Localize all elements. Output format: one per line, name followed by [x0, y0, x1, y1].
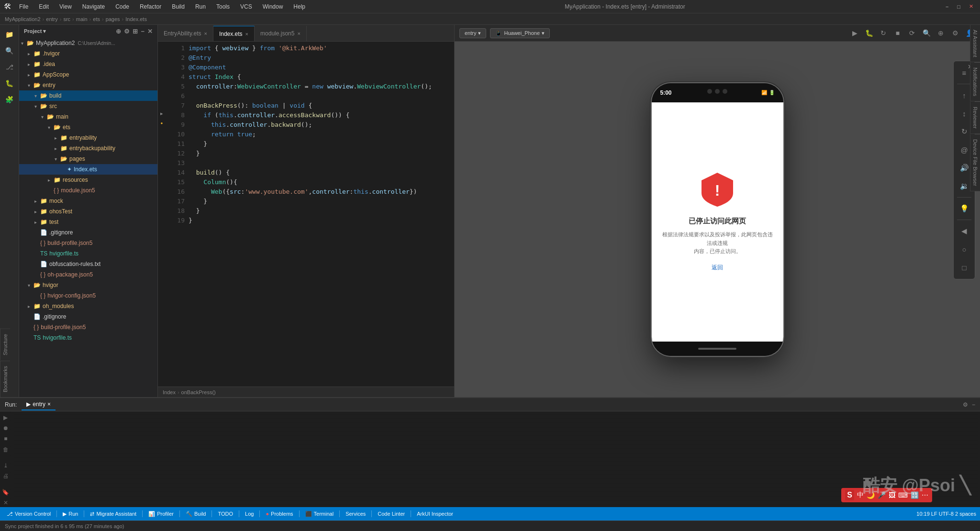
debug-icon[interactable]: 🐛 [2, 76, 17, 91]
sogou-keyboard-icon[interactable]: ⌨ [898, 491, 908, 499]
tree-oh-package[interactable]: { } oh-package.json5 [19, 269, 157, 280]
tree-resources[interactable]: ▸ 📁 resources [19, 175, 157, 185]
menu-window[interactable]: Window [261, 2, 285, 11]
tree-pages[interactable]: ▾ 📂 pages [19, 154, 157, 164]
tab-module-json5[interactable]: module.json5 × [255, 26, 307, 41]
tree-build-profile-root[interactable]: { } build-profile.json5 [19, 322, 157, 332]
search-icon-rt[interactable]: 🔍 [921, 27, 932, 39]
tree-hvigor[interactable]: ▸ 📁 .hvigor [19, 48, 157, 59]
tab-close-entryability[interactable]: × [204, 31, 207, 36]
run-print-icon[interactable]: 🖨 [1, 472, 11, 480]
tree-appscope[interactable]: ▸ 📁 AppScope [19, 69, 157, 80]
zoom-icon[interactable]: ⊕ [935, 27, 947, 39]
code-content[interactable]: import { webview } from '@kit.ArkWeb' @E… [189, 42, 454, 387]
search-icon[interactable]: 🔍 [2, 43, 17, 58]
sogou-more-icon[interactable]: ⋯ [922, 491, 928, 499]
phone-home-indicator[interactable] [698, 348, 736, 350]
device-file-browser-tab[interactable]: Device File Browser [970, 134, 980, 191]
run-bookmark-icon[interactable]: 🔖 [1, 488, 11, 497]
breadcrumb-part-1[interactable]: entry [46, 16, 57, 22]
sogou-moon-icon[interactable]: 🌙 [867, 491, 875, 499]
tab-entryability[interactable]: EntryAbility.ets × [158, 26, 213, 41]
sidebar-add-icon[interactable]: ⊕ [116, 28, 121, 35]
minimize-button[interactable]: − [943, 4, 951, 10]
stop-icon[interactable]: ■ [892, 27, 903, 39]
menu-vcs[interactable]: VCS [238, 2, 254, 11]
profiler-item[interactable]: 📊 Profiler [145, 507, 177, 520]
version-control-item[interactable]: ⎇ Version Control [4, 507, 54, 520]
run-tab-entry[interactable]: ▶ entry × [22, 399, 56, 410]
run-panel-minimize-icon[interactable]: − [972, 401, 975, 408]
tab-close-module[interactable]: × [297, 31, 300, 36]
arkui-inspector-item[interactable]: ArkUI Inspector [414, 507, 456, 520]
tree-entry[interactable]: ▾ 📂 entry [19, 80, 157, 90]
tree-entrybackupability[interactable]: ▸ 📁 entrybackupability [19, 143, 157, 154]
fp-lightbulb-icon[interactable]: 💡 [956, 200, 973, 217]
tree-index-ets[interactable]: ✦ Index.ets [19, 164, 157, 175]
tree-test[interactable]: ▸ 📁 test [19, 217, 157, 227]
settings-icon-rt[interactable]: ⚙ [949, 27, 961, 39]
breadcrumb-part-5[interactable]: pages [106, 16, 120, 22]
breadcrumb-onbackpress[interactable]: onBackPress() [181, 389, 216, 395]
migrate-item[interactable]: ⇄ Migrate Assistant [87, 507, 139, 520]
sidebar-layout-icon[interactable]: ⊞ [133, 28, 138, 35]
sogou-chinese-icon[interactable]: 中 [857, 491, 864, 499]
extensions-icon[interactable]: 🧩 [2, 92, 17, 107]
run-bottom-item[interactable]: ▶ Run [60, 507, 81, 520]
maximize-button[interactable]: □ [954, 4, 963, 10]
menu-tools[interactable]: Tools [214, 2, 232, 11]
menu-refactor[interactable]: Refactor [138, 2, 163, 11]
run-scroll-end-icon[interactable]: ⤓ [1, 461, 11, 470]
build-item[interactable]: 🔨 Build [183, 507, 209, 520]
tree-oh-modules[interactable]: ▸ 📁 oh_modules [19, 301, 157, 311]
sidebar-collapse-icon[interactable]: ✕ [147, 28, 153, 35]
notifications-tab[interactable]: Notifications [970, 63, 980, 101]
sogou-emoji-icon[interactable]: 🔡 [911, 491, 919, 499]
tab-index-ets[interactable]: Index.ets × [213, 26, 255, 41]
entry-dropdown[interactable]: entry ▾ [459, 28, 486, 38]
device-dropdown[interactable]: 📱 Huawei_Phone ▾ [490, 28, 550, 38]
structure-tab[interactable]: Structure [0, 329, 10, 360]
terminal-item[interactable]: ⬛ Terminal [302, 507, 337, 520]
log-item[interactable]: Log [242, 507, 256, 520]
breadcrumb-part-3[interactable]: main [76, 16, 88, 22]
run-play-icon[interactable]: ▶ [1, 413, 11, 422]
run-bookmark-clear-icon[interactable]: ✕ [1, 498, 11, 507]
tree-entryability[interactable]: ▸ 📁 entryability [19, 133, 157, 143]
menu-run[interactable]: Run [193, 2, 208, 11]
bookmarks-tab[interactable]: Bookmarks [0, 361, 10, 397]
problems-item[interactable]: ● Problems [263, 507, 296, 520]
screen-back-link[interactable]: 返回 [712, 264, 723, 272]
code-linter-item[interactable]: Code Linter [375, 507, 408, 520]
tree-src[interactable]: ▾ 📂 src [19, 101, 157, 111]
fp-back-icon[interactable]: ◀ [956, 222, 973, 240]
tree-idea[interactable]: ▸ 📁 .idea [19, 59, 157, 69]
tree-module-json5[interactable]: { } module.json5 [19, 185, 157, 196]
git-icon[interactable]: ⎇ [2, 59, 17, 75]
breadcrumb-part-0[interactable]: MyApplication2 [5, 16, 41, 22]
todo-item[interactable]: TODO [215, 507, 236, 520]
services-item[interactable]: Services [343, 507, 368, 520]
tree-main[interactable]: ▾ 📂 main [19, 111, 157, 122]
breadcrumb-part-6[interactable]: Index.ets [125, 16, 147, 22]
tree-hvigor-config[interactable]: { } hvigor-config.json5 [19, 290, 157, 301]
debug-run-icon[interactable]: 🐛 [863, 27, 875, 39]
breadcrumb-part-2[interactable]: src [63, 16, 70, 22]
tree-ets[interactable]: ▾ 📂 ets [19, 122, 157, 133]
play-icon[interactable]: ▶ [849, 27, 860, 39]
menu-file[interactable]: File [17, 2, 30, 11]
tree-root[interactable]: ▾ 📂 MyApplication2 C:\Users\Admin... [19, 38, 157, 48]
sogou-s-icon[interactable]: S [845, 490, 854, 500]
reload-icon[interactable]: ↻ [878, 27, 889, 39]
sidebar-gear-icon[interactable]: ⚙ [124, 28, 130, 35]
fp-recent-icon[interactable]: □ [956, 259, 973, 276]
menu-navigate[interactable]: Navigate [80, 2, 107, 11]
breadcrumb-part-4[interactable]: ets [93, 16, 100, 22]
run-debug-icon[interactable]: ⏺ [1, 424, 11, 432]
tree-hvigor-folder[interactable]: ▾ 📂 hvigor [19, 280, 157, 290]
tree-ohostest[interactable]: ▸ 📁 ohosTest [19, 206, 157, 217]
run-tab-close[interactable]: × [47, 401, 51, 408]
code-editor[interactable]: ▸ ● 12345 678910 11121 [158, 42, 454, 387]
close-button[interactable]: ✕ [966, 3, 976, 10]
tree-hvigorfile-entry[interactable]: TS hvigorfile.ts [19, 248, 157, 259]
